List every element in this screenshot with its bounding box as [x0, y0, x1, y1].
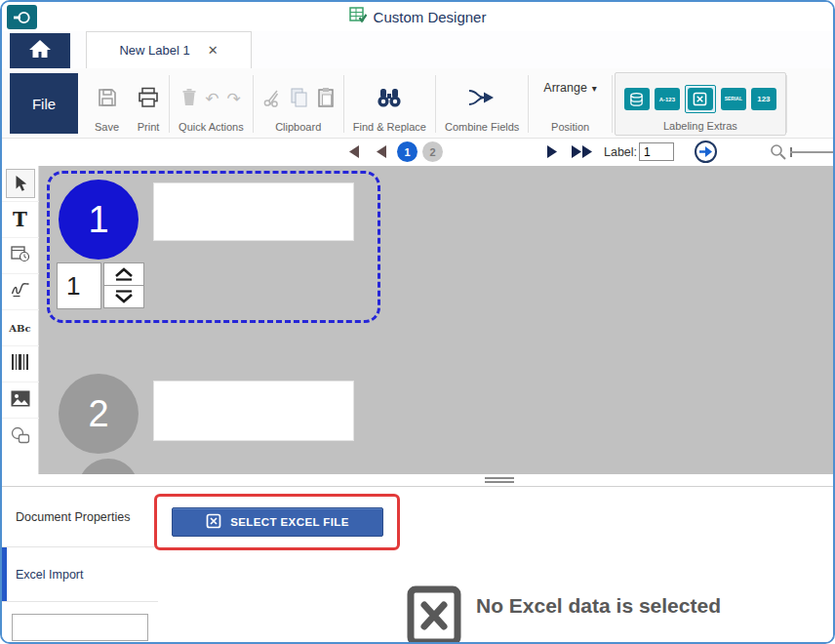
image-tool[interactable] [2, 382, 39, 419]
page-badge-next[interactable]: 2 [422, 141, 443, 162]
delete-icon[interactable] [181, 88, 197, 111]
signature-tool[interactable] [2, 274, 39, 310]
zoom-magnifier-icon[interactable] [770, 143, 787, 165]
no-excel-data-message: No Excel data is selected [476, 594, 721, 618]
position-label: Position [551, 121, 589, 133]
find-replace-label: Find & Replace [353, 121, 426, 133]
print-icon[interactable] [137, 86, 160, 113]
label-design-canvas[interactable]: 1 1 2 [39, 166, 833, 474]
last-page-arrow-icon[interactable] [570, 144, 595, 163]
text-tool[interactable]: T [2, 202, 39, 238]
next-page-arrow-icon[interactable] [544, 144, 561, 163]
page-badge-current[interactable]: 1 [397, 141, 418, 162]
app-window: Custom Designer New Label 1 ✕ File Save … [0, 0, 835, 644]
save-icon[interactable] [96, 86, 119, 113]
excel-import-label: Excel Import [16, 568, 83, 582]
chevron-down-icon: ▾ [592, 83, 597, 94]
arrange-label: Arrange [543, 81, 586, 95]
tab-label: New Label 1 [119, 43, 189, 58]
combine-fields-label: Combine Fields [445, 121, 519, 133]
cursor-arrow-icon [6, 169, 35, 198]
stepper-down-button[interactable] [103, 285, 144, 308]
copy-icon[interactable] [290, 87, 309, 112]
excel-file-icon [206, 513, 221, 531]
redo-icon[interactable]: ↷ [226, 89, 240, 109]
no-excel-data-icon [406, 584, 462, 644]
barcode-icon [11, 353, 30, 375]
go-to-label-button[interactable] [695, 141, 717, 163]
label-2-textbox[interactable] [153, 381, 354, 441]
arrange-dropdown[interactable]: Arrange ▾ [537, 77, 603, 99]
clipboard-label: Clipboard [275, 121, 321, 133]
labeling-extras-group: A-123 SERIAL 123 Labeling Extras [615, 72, 786, 136]
panel-side-tabs: Document Properties Excel Import [2, 487, 158, 641]
date-time-tool[interactable] [2, 238, 39, 274]
tab-document-properties[interactable]: Document Properties [2, 487, 158, 547]
label-3-number-circle-partial [78, 459, 139, 474]
shapes-icon [11, 426, 30, 448]
combine-fields-icon[interactable] [467, 87, 497, 112]
panel-splitter[interactable] [2, 474, 833, 486]
label-1-number-circle[interactable]: 1 [59, 180, 139, 260]
find-replace-group[interactable]: Find & Replace [344, 72, 435, 136]
print-label: Print [138, 121, 160, 133]
number-123-icon[interactable]: 123 [751, 88, 776, 110]
stepper-up-button[interactable] [103, 262, 144, 286]
ribbon-separator [786, 75, 787, 133]
quick-actions-label: Quick Actions [179, 121, 244, 133]
file-button[interactable]: File [10, 73, 78, 134]
copies-stepper [103, 262, 144, 308]
ribbon: File Save Print ↶ ↷ Quick Actions [2, 68, 833, 139]
quick-actions-group: ↶ ↷ Quick Actions [170, 72, 253, 136]
combine-fields-group[interactable]: Combine Fields [436, 72, 528, 136]
label-1-textbox[interactable] [153, 182, 354, 241]
tab-excel-import[interactable]: Excel Import [2, 547, 158, 602]
select-excel-file-label: SELECT EXCEL FILE [230, 516, 349, 528]
excel-import-icon[interactable] [688, 88, 713, 110]
picture-icon [11, 390, 30, 411]
select-excel-file-button[interactable]: SELECT EXCEL FILE [172, 507, 383, 537]
abc-text-icon: ABc [9, 323, 30, 334]
tab-row: New Label 1 ✕ [2, 31, 833, 68]
label-2-number-circle[interactable]: 2 [59, 374, 139, 454]
excel-import-selected-highlight [685, 85, 716, 113]
copies-value-box[interactable]: 1 [57, 262, 101, 309]
barcode-tool[interactable] [2, 346, 39, 382]
home-button[interactable] [10, 33, 70, 68]
bottom-panel: Document Properties Excel Import SELECT … [2, 486, 833, 642]
cut-icon[interactable] [262, 88, 282, 111]
serial-icon[interactable]: SERIAL [721, 88, 746, 110]
active-tab-indicator [2, 547, 7, 601]
labeling-extras-label: Labeling Extras [663, 120, 737, 132]
a123-counter-icon[interactable]: A-123 [655, 88, 680, 110]
save-label: Save [95, 121, 119, 133]
database-icon[interactable] [624, 88, 650, 110]
save-group[interactable]: Save [86, 72, 128, 136]
ribbon-separator [612, 75, 613, 133]
calendar-clock-icon [11, 244, 30, 267]
undo-icon[interactable]: ↶ [205, 89, 219, 109]
page-navigation-bar: 1 2 Label: [2, 139, 833, 166]
tab-new-label-1[interactable]: New Label 1 ✕ [86, 31, 252, 68]
window-title: Custom Designer [2, 2, 833, 31]
first-page-arrow-icon[interactable] [345, 144, 362, 163]
document-properties-label: Document Properties [16, 510, 130, 524]
toolbox: T ABc [2, 166, 39, 474]
panel-text-input[interactable] [12, 614, 148, 641]
clipboard-group: Clipboard [254, 72, 343, 136]
close-icon[interactable]: ✕ [208, 43, 219, 58]
shape-tool[interactable] [2, 419, 39, 455]
excel-designer-icon [349, 7, 367, 27]
label-number-input[interactable] [639, 142, 674, 161]
binoculars-icon[interactable] [376, 86, 403, 112]
arrange-group: Arrange ▾ Position [529, 72, 612, 136]
text-tool-icon: T [13, 208, 27, 231]
previous-page-arrow-icon[interactable] [373, 144, 389, 163]
app-title: Custom Designer [374, 9, 487, 25]
paste-icon[interactable] [317, 87, 335, 112]
print-group[interactable]: Print [128, 72, 169, 136]
zoom-slider-track[interactable] [790, 151, 835, 153]
rich-text-tool[interactable]: ABc [2, 310, 39, 346]
splitter-grip-icon [485, 477, 514, 485]
select-tool[interactable] [2, 166, 39, 202]
